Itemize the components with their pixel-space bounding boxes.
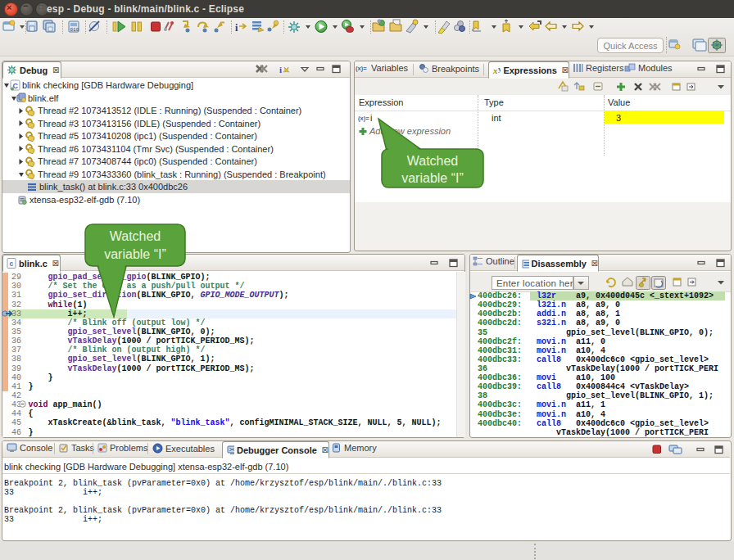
svg-text:y: y [498,65,501,73]
svg-text:i: i [279,65,282,75]
svg-text:c: c [10,260,14,268]
svg-text:i: i [235,22,238,34]
svg-text:(x)=: (x)= [356,65,367,72]
svg-text:Watched: Watched [110,229,161,243]
svg-text:variable “I”: variable “I” [104,247,166,261]
svg-text:010: 010 [70,27,79,33]
svg-text:variable “I”: variable “I” [401,171,464,185]
svg-text:Watched: Watched [407,154,459,168]
